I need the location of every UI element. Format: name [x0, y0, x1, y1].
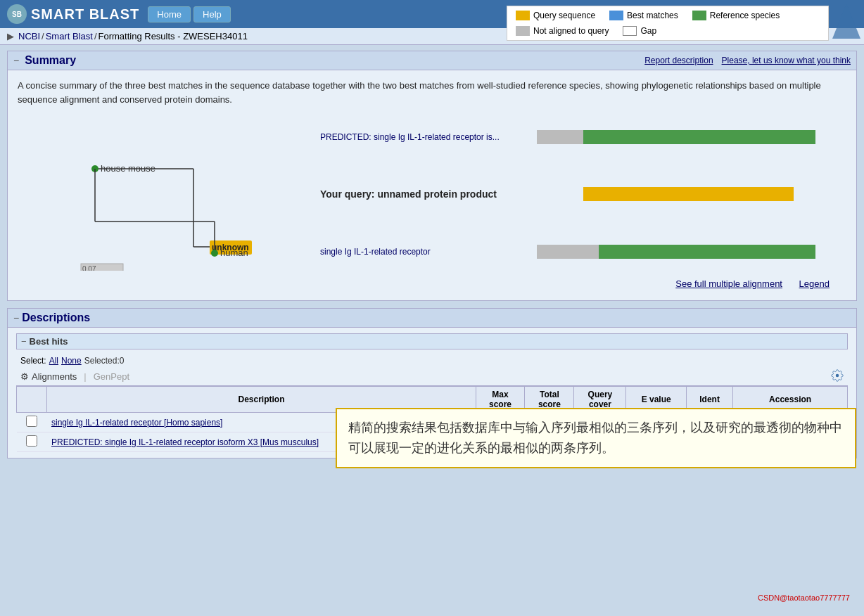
alignment-row-1: PREDICTED: single Ig IL-1-related recept…: [320, 126, 846, 148]
tab-alignments[interactable]: ⚙ Alignments: [20, 371, 77, 382]
svg-text:human: human: [220, 248, 248, 258]
alignment-bars: PREDICTED: single Ig IL-1-related recept…: [320, 116, 846, 273]
bar-yellow-query: [583, 187, 794, 201]
legend-reference-species: Reference species: [692, 11, 780, 20]
not-aligned-swatch: [516, 26, 530, 36]
phylo-area: house mouse unknown human: [18, 116, 846, 273]
breadcrumb-sep1: /: [42, 31, 44, 41]
logo-icon: SB: [7, 4, 27, 24]
gap-swatch: [623, 26, 637, 36]
summary-body: A concise summary of the three best matc…: [8, 70, 856, 300]
row1-checkbox[interactable]: [26, 416, 37, 427]
annotation-text: 精简的搜索结果包括数据库中与输入序列最相似的三条序列，以及研究的最透彻的物种中可…: [348, 421, 842, 455]
app-watermark: [829, 0, 864, 42]
see-full-alignment-link[interactable]: See full multiple alignment: [675, 278, 782, 289]
settings-icon-area[interactable]: [831, 369, 844, 384]
query-sequence-swatch: [516, 11, 530, 20]
select-all-link[interactable]: All: [49, 356, 58, 366]
svg-point-9: [211, 250, 218, 257]
legend-query-sequence: Query sequence: [516, 11, 595, 20]
legend-gap: Gap: [623, 26, 656, 36]
best-matches-swatch: [609, 11, 623, 20]
legend-not-aligned-label: Not aligned to query: [533, 26, 609, 36]
csdn-watermark: CSDN@taotaotao7777777: [758, 593, 850, 602]
home-button[interactable]: Home: [148, 6, 191, 23]
legend-link[interactable]: Legend: [799, 278, 830, 289]
svg-text:0.07: 0.07: [82, 265, 96, 271]
help-button[interactable]: Help: [193, 6, 231, 23]
alignment-bar-query: [537, 187, 846, 201]
nav-buttons: Home Help: [148, 6, 230, 23]
alignment-bar-1: [537, 130, 846, 144]
legend-query-label: Query sequence: [533, 11, 595, 20]
row1-checkbox-cell[interactable]: [17, 413, 47, 432]
logo-area: SB SMART BLAST: [7, 4, 139, 24]
phylo-tree: house mouse unknown human: [18, 116, 320, 273]
tab-genpept[interactable]: GenPept: [94, 371, 129, 382]
alignment-link-1[interactable]: PREDICTED: single Ig IL-1-related recept…: [320, 132, 531, 142]
row2-hit-link[interactable]: PREDICTED: single Ig IL-1-related recept…: [51, 437, 319, 447]
legend-best-matches-label: Best matches: [627, 11, 678, 20]
breadcrumb-ncbi[interactable]: NCBI: [18, 31, 40, 41]
breadcrumb-sep2: /: [94, 31, 97, 41]
see-full-area: See full multiple alignment Legend: [18, 273, 846, 292]
best-hits-title: Best hits: [30, 336, 68, 347]
descriptions-collapse-button[interactable]: −: [13, 312, 19, 323]
svg-marker-0: [832, 4, 860, 39]
main-content: − Summary Report description Please, let…: [0, 51, 864, 466]
bar-gray-3: [537, 245, 599, 259]
summary-collapse-button[interactable]: −: [13, 55, 19, 66]
report-description-link[interactable]: Report description: [644, 56, 713, 65]
phylo-tree-svg: house mouse unknown human: [18, 116, 320, 271]
summary-section: − Summary Report description Please, let…: [7, 51, 857, 301]
row1-hit-link[interactable]: single Ig IL-1-related receptor [Homo sa…: [51, 418, 222, 428]
breadcrumb-current: Formatting Results - ZWESEH34011: [99, 31, 248, 41]
annotation-box: 精简的搜索结果包括数据库中与输入序列最相似的三条序列，以及研究的最透彻的物种中可…: [336, 408, 856, 468]
bar-green-1: [583, 130, 815, 144]
row2-checkbox-cell[interactable]: [17, 432, 47, 452]
summary-title[interactable]: Summary: [25, 54, 76, 67]
legend-best-matches: Best matches: [609, 11, 678, 20]
best-hits-collapse-button[interactable]: −: [21, 336, 27, 347]
alignment-row-3: single Ig IL-1-related receptor: [320, 240, 846, 263]
logo-text: SMART BLAST: [31, 6, 139, 23]
alignment-label-query: Your query: unnamed protein product: [320, 188, 531, 200]
reference-species-swatch: [692, 11, 706, 20]
alignment-bar-3: [537, 245, 846, 259]
selected-count: Selected:0: [84, 356, 125, 366]
summary-description: A concise summary of the three best matc…: [18, 79, 846, 106]
select-none-link[interactable]: None: [61, 356, 82, 366]
feedback-link[interactable]: Please, let us know what you think: [722, 56, 851, 65]
descriptions-header: − Descriptions: [8, 309, 856, 328]
descriptions-title[interactable]: Descriptions: [22, 312, 90, 324]
alignment-link-3[interactable]: single Ig IL-1-related receptor: [320, 247, 531, 257]
bar-gray-1: [537, 130, 583, 144]
select-row: Select: All None Selected:0: [16, 354, 848, 368]
alignments-icon: ⚙: [20, 371, 29, 382]
legend-reference-label: Reference species: [710, 11, 780, 20]
col-checkbox: [17, 387, 47, 413]
alignment-row-query: Your query: unnamed protein product: [320, 183, 846, 205]
summary-header: − Summary Report description Please, let…: [8, 51, 856, 70]
bar-green-3: [599, 245, 815, 259]
settings-icon: [831, 369, 844, 382]
select-label: Select:: [20, 356, 46, 366]
best-hits-header: − Best hits: [16, 333, 848, 349]
breadcrumb-smartblast[interactable]: Smart Blast: [46, 31, 93, 41]
breadcrumb-arrow: ▶: [7, 31, 14, 41]
alignments-tabs: ⚙ Alignments | GenPept: [16, 368, 848, 386]
svg-text:house mouse: house mouse: [101, 163, 155, 174]
legend-gap-label: Gap: [640, 26, 656, 36]
legend-box: Query sequence Best matches Reference sp…: [507, 6, 829, 41]
row2-checkbox[interactable]: [26, 435, 37, 447]
legend-not-aligned: Not aligned to query: [516, 26, 609, 36]
svg-point-15: [836, 374, 839, 378]
summary-links: Report description Please, let us know w…: [644, 56, 851, 65]
